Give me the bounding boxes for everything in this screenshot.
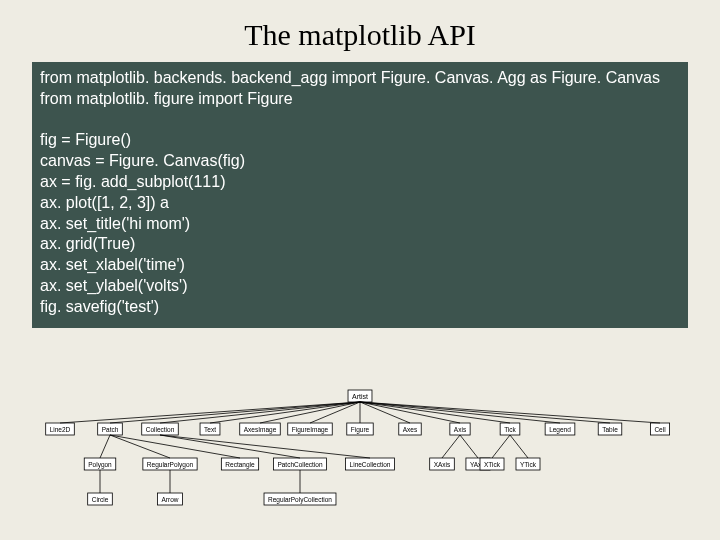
svg-text:Legend: Legend [549, 426, 571, 434]
svg-text:PatchCollection: PatchCollection [277, 461, 323, 468]
svg-text:RegularPolygon: RegularPolygon [147, 461, 194, 469]
svg-text:Circle: Circle [92, 496, 109, 503]
svg-line-61 [460, 435, 478, 458]
svg-line-43 [100, 435, 110, 458]
svg-line-49 [110, 435, 240, 458]
svg-text:Table: Table [602, 426, 618, 433]
svg-line-55 [160, 435, 370, 458]
svg-text:XTick: XTick [484, 461, 501, 468]
svg-line-34 [360, 402, 560, 423]
svg-text:Axis: Axis [454, 426, 467, 433]
svg-text:LineCollection: LineCollection [350, 461, 391, 468]
svg-line-64 [492, 435, 510, 458]
svg-text:Arrow: Arrow [162, 496, 179, 503]
svg-text:Rectangle: Rectangle [225, 461, 255, 469]
svg-text:Patch: Patch [102, 426, 119, 433]
svg-line-4 [60, 402, 360, 423]
svg-text:RegularPolyCollection: RegularPolyCollection [268, 496, 332, 504]
svg-text:Text: Text [204, 426, 216, 433]
svg-line-10 [160, 402, 360, 423]
svg-text:Line2D: Line2D [50, 426, 71, 433]
svg-line-52 [160, 435, 300, 458]
svg-text:Cell: Cell [654, 426, 666, 433]
svg-text:Axes: Axes [403, 426, 418, 433]
svg-text:FigureImage: FigureImage [292, 426, 329, 434]
svg-text:XAxis: XAxis [434, 461, 451, 468]
svg-text:Artist: Artist [352, 393, 368, 400]
class-hierarchy-diagram: ArtistLine2DPatchCollectionTextAxesImage… [0, 384, 720, 534]
svg-line-67 [510, 435, 528, 458]
svg-text:Collection: Collection [146, 426, 175, 433]
page-title: The matplotlib API [0, 0, 720, 62]
svg-text:YTick: YTick [520, 461, 537, 468]
svg-line-40 [360, 402, 660, 423]
svg-line-46 [110, 435, 170, 458]
svg-text:Tick: Tick [504, 426, 516, 433]
code-block: from matplotlib. backends. backend_agg i… [32, 62, 688, 328]
svg-text:Figure: Figure [351, 426, 370, 434]
svg-line-58 [442, 435, 460, 458]
svg-text:Polygon: Polygon [88, 461, 112, 469]
svg-text:AxesImage: AxesImage [244, 426, 277, 434]
